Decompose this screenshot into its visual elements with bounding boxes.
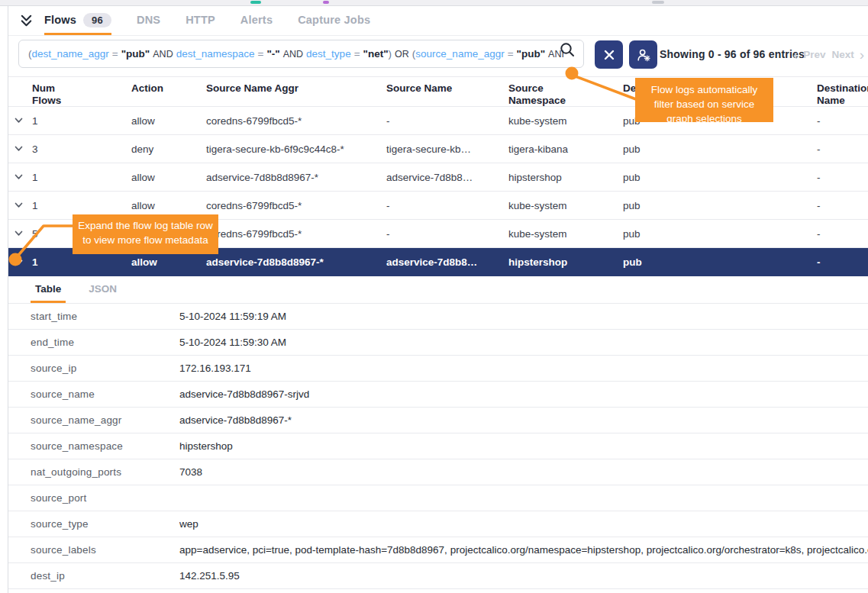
cell-source-name-aggr: tigera-secure-kb-6f9c9c44c8-* [202, 143, 382, 155]
cell-destination-name: - [813, 228, 868, 240]
col-header-label: Num Flows [32, 82, 67, 107]
clear-filter-button[interactable] [595, 40, 623, 69]
query-token: = [508, 48, 514, 60]
tab-flows[interactable]: Flows96 [44, 6, 111, 35]
query-token: ) [389, 48, 392, 60]
tab-alerts[interactable]: Alerts [240, 6, 273, 35]
cell-action: allow [127, 256, 202, 268]
row-expand-chevron-icon[interactable] [8, 174, 28, 180]
query-token: source_name_aggr [415, 48, 504, 60]
detail-key: source_labels [31, 544, 179, 556]
cell-source-name-aggr: adservice-7d8b8d8967-* [202, 172, 382, 183]
detail-key: source_namespace [31, 440, 179, 452]
prev-chevron-icon[interactable]: ‹ [791, 47, 800, 62]
cell-source-namespace: hipstershop [505, 172, 619, 183]
row-expand-chevron-icon[interactable] [8, 202, 28, 208]
col-header-source-name: Source Name [382, 77, 505, 107]
flow-detail-rows: start_time5-10-2024 11:59:19 AMend_time5… [8, 304, 868, 589]
detail-key: source_ip [31, 363, 179, 374]
pagination: ‹ Prev Next › [791, 35, 866, 73]
row-expand-chevron-icon[interactable] [8, 118, 28, 124]
query-token: AND [153, 49, 173, 60]
filter-query-text: (dest_name_aggr="pub"ANDdest_namespace="… [28, 48, 564, 60]
cell-source-namespace: kube-system [505, 115, 619, 127]
cell-dest-name-aggr: pub [619, 172, 813, 183]
cell-source-namespace: kube-system [505, 200, 619, 211]
tab-dns[interactable]: DNS [137, 6, 160, 35]
detail-row: nat_outgoing_ports7038 [8, 459, 868, 485]
expand-callout-tooltip: Expand the flow log table row to view mo… [73, 214, 218, 254]
collapse-panel-icon[interactable] [19, 12, 34, 28]
flow-detail-tabs: Table JSON [8, 276, 868, 304]
tab-label: Alerts [240, 14, 273, 26]
col-header-label: Source Namespace [508, 82, 579, 107]
cell-action: deny [127, 143, 202, 155]
col-header-source-name-aggr: Source Name Aggr [202, 77, 382, 107]
tab-capture-jobs[interactable]: Capture Jobs [298, 6, 370, 35]
query-token: = [112, 48, 118, 60]
cell-source-name-aggr: coredns-6799fbcd5-* [202, 115, 382, 127]
flow-table-row[interactable]: 3denytigera-secure-kb-6f9c9c44c8-*tigera… [8, 135, 868, 163]
cell-source-name: - [382, 200, 505, 211]
detail-row: start_time5-10-2024 11:59:19 AM [8, 304, 868, 330]
detail-key: nat_outgoing_ports [31, 466, 179, 478]
col-header-destination-name: Destination Name [813, 77, 868, 107]
tab-table[interactable]: Table [31, 283, 66, 303]
cell-num-flows: 1 [28, 256, 127, 268]
cell-destination-name: - [813, 143, 868, 155]
filter-callout-tooltip: Flow logs automatically filter based on … [635, 78, 773, 122]
search-icon[interactable] [558, 40, 576, 62]
cell-action: allow [127, 115, 202, 127]
detail-value: 5-10-2024 11:59:30 AM [179, 337, 868, 348]
cell-source-namespace: tigera-kibana [505, 143, 619, 155]
query-token: "pub" [121, 48, 150, 60]
next-button[interactable]: Next [828, 49, 857, 60]
graph-fragment [250, 1, 261, 4]
flow-table-row[interactable]: 1allowadservice-7d8b8d8967-*adservice-7d… [8, 163, 868, 192]
tab-count-badge: 96 [83, 13, 111, 27]
cell-source-name-aggr: adservice-7d8b8d8967-* [202, 256, 382, 268]
col-header-action: Action [127, 77, 202, 107]
cell-num-flows: 1 [28, 115, 127, 127]
col-header-source-namespace: Source Namespace [505, 77, 619, 107]
next-chevron-icon[interactable]: › [857, 47, 866, 62]
detail-value: wep [179, 518, 868, 530]
graph-fragment [323, 1, 329, 4]
query-token: dest_namespace [176, 48, 255, 60]
cell-destination-name: - [813, 172, 868, 183]
detail-key: source_type [31, 518, 179, 530]
detail-key: source_name_aggr [31, 414, 179, 426]
detail-key: source_name [31, 388, 179, 400]
row-expand-chevron-icon[interactable] [8, 230, 28, 237]
row-expand-chevron-icon[interactable] [8, 146, 28, 152]
detail-key: dest_ip [31, 570, 179, 582]
cell-action: allow [127, 172, 202, 183]
filter-query-input[interactable]: (dest_name_aggr="pub"ANDdest_namespace="… [18, 40, 584, 68]
query-token: "net" [363, 48, 389, 60]
detail-value: 142.251.5.95 [179, 570, 868, 582]
tab-label: DNS [137, 14, 160, 26]
cell-source-name: adservice-7d8b8… [382, 172, 505, 183]
detail-row: source_labelsapp=adservice, pci=true, po… [8, 537, 868, 563]
row-expand-chevron-icon[interactable] [8, 259, 28, 266]
user-settings-button[interactable] [629, 40, 657, 69]
cell-source-name: - [382, 228, 505, 240]
prev-button[interactable]: Prev [800, 49, 828, 60]
tab-json[interactable]: JSON [84, 283, 121, 303]
tab-label: HTTP [186, 14, 215, 26]
cell-action: allow [127, 200, 202, 211]
query-token: "-" [266, 48, 279, 60]
detail-value: adservice-7d8b8d8967-srjvd [179, 388, 868, 400]
detail-key: end_time [31, 337, 179, 348]
log-type-tabbar: Flows96DNSHTTPAlertsCapture Jobs [8, 5, 868, 36]
detail-value: app=adservice, pci=true, pod-template-ha… [179, 544, 868, 556]
col-header-label: Source Name Aggr [206, 82, 298, 95]
cell-dest-name-aggr: pub [619, 143, 813, 155]
cell-dest-name-aggr: pub [619, 256, 813, 268]
col-header-expander [8, 77, 28, 107]
results-count: Showing 0 - 96 of 96 entries [660, 35, 805, 73]
tab-http[interactable]: HTTP [186, 6, 215, 35]
detail-row: source_port [8, 485, 868, 511]
cell-source-namespace: kube-system [505, 228, 619, 240]
detail-key: start_time [31, 311, 179, 322]
